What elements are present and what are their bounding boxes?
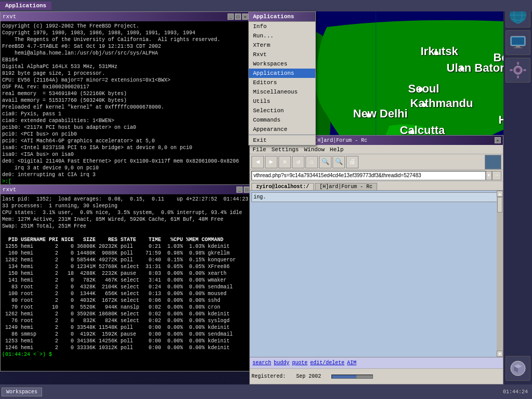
right-panel [503, 0, 532, 399]
registered-date: Sep 2002 [296, 374, 321, 379]
svg-point-33 [410, 130, 415, 134]
svg-text:New Delhi: New Delhi [353, 107, 408, 120]
terminal-1-minimize[interactable]: _ [228, 14, 234, 20]
t1-line-3: FreeBSD 4.7-STABLE #0: Sat Oct 19 12:21:… [2, 43, 249, 50]
dropdown-item-xterm[interactable]: XTerm [249, 41, 315, 50]
dropdown-item-info[interactable]: Info [249, 22, 315, 31]
t2-header: last pid: 1352; load averages: 0.08, 0.1… [2, 196, 258, 203]
scroll-down-button[interactable]: ▼ [497, 351, 503, 357]
t2-proc-14: 1253 hemi 2 0 34136K 14256K poll 0:00 0.… [2, 338, 258, 344]
applications-menu-button[interactable]: Applications [0, 2, 51, 10]
t2-proc-5: 141 hemi 2 0 782K 467K select 3:41 0.00%… [2, 277, 258, 284]
address-arrow-button[interactable]: → [492, 171, 501, 180]
t2-line2: 33 processes: 1 running, 30 sleeping [2, 203, 258, 209]
t1-line-21: irq 3 at device 9,0 on pci0 [2, 165, 249, 171]
browser-menu-window[interactable]: Window [304, 147, 325, 153]
buddy-link[interactable]: buddy [274, 360, 289, 366]
t2-proc-2: 1282 hemi 2 0 58544K 49272K poll 0:40 0.… [2, 257, 258, 263]
registered-label: Registered: [251, 374, 286, 379]
browser-window: zyiro@localhost:/ - [H]ard|Forum - Rc × … [249, 135, 503, 384]
stop-button[interactable]: ✕ [278, 156, 291, 168]
t2-proc-3: 134 hemi 2 0 12341M 52768K select 31:31 … [2, 263, 258, 270]
terminal-1-maximize[interactable]: □ [235, 14, 241, 20]
svg-rect-11 [510, 69, 513, 71]
back-button[interactable]: ◀ [251, 156, 264, 168]
svg-rect-6 [514, 47, 522, 48]
terminal-1-close[interactable]: × [242, 14, 248, 20]
scroll-thumb[interactable] [497, 197, 502, 212]
forward-button[interactable]: ▶ [265, 156, 277, 168]
taskbar-clock: 01:44:24 [499, 388, 532, 396]
dropdown-item-misc[interactable]: Miscellaneous [249, 87, 315, 97]
dropdown-item-commands[interactable]: Commands [249, 115, 315, 125]
dropdown-item-applications[interactable]: Applications [249, 69, 315, 78]
t2-proc-8: 80 root 2 0 4032K 1672K select 0:06 0.00… [2, 297, 258, 304]
dropdown-item-run[interactable]: Run... [249, 31, 315, 41]
terminal-1-body[interactable]: Copyright (c) 1992-2002 The FreeBSD Proj… [1, 21, 250, 187]
print-button[interactable]: 🖨 [346, 156, 358, 168]
dropdown-item-rxvt[interactable]: Rxvt [249, 50, 315, 59]
t1-line-5: EB164 [2, 57, 249, 63]
t2-proc-12: 1249 hemi 2 0 33548K 11548K poll 0:00 0.… [2, 324, 258, 331]
tab-2[interactable]: [H]ard|Forum - Rc [315, 183, 377, 190]
terminal-1-buttons: _ □ × [228, 14, 248, 20]
content-area: ing. [250, 191, 503, 357]
t2-proc-10: 1262 hemi 2 0 35920K 18680K select 0:02 … [2, 311, 258, 317]
quote-link[interactable]: quote [292, 360, 308, 366]
browser-logo [485, 155, 501, 169]
svg-text:Seoul: Seoul [408, 82, 440, 95]
browser-menu-help[interactable]: Help [330, 147, 343, 153]
dropdown-item-appearance[interactable]: Appearance [249, 125, 315, 134]
svg-text:Hong Kong: Hong Kong [499, 113, 504, 126]
t1-line-11: avail memory = 515317760 (503240K bytes) [2, 97, 249, 104]
svg-point-28 [460, 66, 464, 71]
zoom-in-button[interactable]: 🔍 [319, 156, 331, 168]
browser-menu-file[interactable]: File [252, 147, 266, 153]
tab-1[interactable]: zyiro@localhost:/ [251, 183, 314, 190]
reload-button[interactable]: ↺ [292, 156, 304, 168]
aim-link[interactable]: AIM [347, 360, 356, 366]
settings-icon [509, 61, 527, 79]
terminal-2-body[interactable]: last pid: 1352; load averages: 0.08, 0.1… [1, 194, 259, 360]
zoom-out-button[interactable]: 🔍 [332, 156, 345, 168]
vertical-scrollbar: ▲ ▼ [497, 191, 503, 357]
t2-proc-15: 1246 hemi 2 0 33336K 10312K poll 0:00 0.… [2, 344, 258, 351]
dropdown-item-utils[interactable]: Utils [249, 97, 315, 106]
content-text: ing. [254, 194, 266, 200]
search-link[interactable]: search [252, 360, 271, 366]
svg-rect-12 [523, 69, 526, 71]
scroll-up-button[interactable]: ▲ [497, 191, 503, 197]
svg-rect-9 [517, 62, 519, 65]
t1-line-0: Copyright (c) 1992-2002 The FreeBSD Proj… [2, 23, 249, 30]
svg-point-27 [434, 51, 438, 55]
package-icon-button[interactable] [506, 356, 530, 381]
dropdown-item-exit[interactable]: Exit [249, 136, 315, 145]
monitor-icon-button[interactable] [506, 30, 530, 55]
dropdown-item-selection[interactable]: Selection [249, 106, 315, 115]
t1-line-16: pci0: <PCI bus> on pcib0 [2, 131, 249, 138]
svg-text:Irkutsk: Irkutsk [421, 45, 459, 58]
t2-proc-11: 76 root 2 0 832K 824K select 0:02 0.00% … [2, 317, 258, 324]
taskbar-item-workspaces[interactable]: Workspaces [2, 388, 42, 396]
terminal-2-minimize[interactable]: _ [236, 187, 243, 193]
dropdown-item-editors[interactable]: Editors [249, 78, 315, 87]
address-go-button[interactable]: ▼ [486, 171, 492, 180]
terminal-1-titlebar: rxvt _ □ × [1, 12, 250, 21]
settings-icon-button[interactable] [506, 58, 530, 83]
t1-line-18: isa0: <Intel 82371SB PCI to ISA bridge> … [2, 144, 249, 151]
dropdown-item-workspaces[interactable]: Workspaces [249, 59, 315, 69]
t2-prompt: (01:44:24 <`>) $ [2, 351, 258, 358]
svg-text:Beijing: Beijing [494, 51, 504, 64]
browser-toolbar: ◀ ▶ ✕ ↺ ⌂ 🔍 🔍 🖨 [250, 154, 503, 170]
top-menubar: Applications [0, 0, 532, 11]
browser-menu-settings[interactable]: Settings [271, 147, 299, 153]
home-button[interactable]: ⌂ [305, 156, 318, 168]
edit-link[interactable]: edit/delete [310, 360, 344, 366]
t1-line-22: de0: interrupting at CIA irq 3 [2, 171, 249, 178]
forum-inputbar: search buddy quote edit/delete AIM [250, 357, 503, 368]
monitor-icon [509, 33, 527, 52]
t1-line-6: Digital AlphaPC 164LX 533 MHz, 531MHz [2, 63, 249, 70]
t2-proc-6: 83 root 2 0 4328K 2104K select 0:24 0.00… [2, 284, 258, 290]
address-input[interactable] [251, 171, 486, 180]
browser-close-button[interactable]: × [495, 137, 501, 143]
